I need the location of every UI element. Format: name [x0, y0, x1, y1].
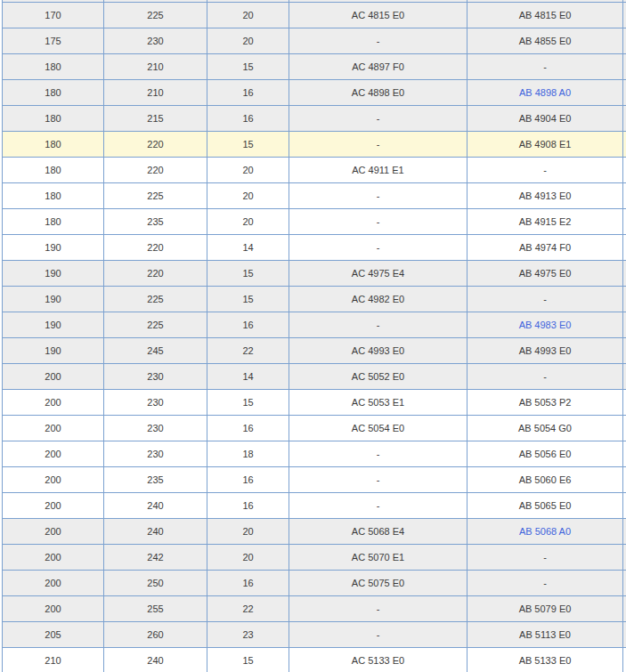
table-cell: 230 [104, 416, 207, 441]
table-cell: 200 [3, 390, 104, 415]
table-row: 20025016AC 5075 E0- [3, 571, 626, 596]
table-cell: 190 [3, 312, 104, 337]
table-cell: 16 [207, 493, 289, 518]
table-cell: AB 4983 E0 [467, 312, 623, 337]
table-cell: - [289, 596, 467, 621]
table-cell: 200 [3, 519, 104, 544]
table-cell: 16 [207, 80, 289, 105]
table-cell [467, 0, 623, 2]
table-cell: 200 [3, 441, 104, 466]
table-cell: 245 [104, 338, 207, 363]
table-cell: 20 [207, 545, 289, 570]
table-row: 17523020-AB 4855 E0 [3, 28, 626, 54]
table-cell: AB 4904 E0 [467, 106, 623, 131]
table-cell: 180 [3, 80, 104, 105]
table-cell: - [289, 441, 467, 466]
table-row: 18022520-AB 4913 E0 [3, 183, 626, 209]
table-row: 20023516-AB 5060 E6 [3, 467, 626, 493]
table-cell: 180 [3, 158, 104, 182]
table-cell: 18 [207, 441, 289, 466]
part-number-link[interactable]: AB 4983 E0 [519, 320, 572, 330]
table-cell: 15 [207, 287, 289, 312]
table-cell: AC 4975 E4 [289, 261, 467, 286]
table-cell: AB 4898 A0 [467, 80, 623, 105]
table-cell: 220 [104, 261, 207, 286]
table-row: 18021516-AB 4904 E0 [3, 106, 626, 132]
table-cell: 15 [207, 648, 289, 672]
table-cell: - [289, 183, 467, 208]
table-row: 20025522-AB 5079 E0 [3, 596, 626, 622]
table-cell: 200 [3, 571, 104, 595]
table-row: 19024522AC 4993 E0AB 4993 E0 [3, 338, 626, 364]
table-cell: 16 [207, 312, 289, 337]
table-cell: AC 5068 E4 [289, 519, 467, 544]
table-cell: 230 [104, 390, 207, 415]
table-cell: 190 [3, 235, 104, 260]
table-cell [289, 0, 467, 2]
table-row: 18022020AC 4911 E1- [3, 158, 626, 183]
table-cell: 22 [207, 338, 289, 363]
table-cell: 180 [3, 54, 104, 79]
table-row: 17022520AC 4815 E0AB 4815 E0 [3, 3, 626, 28]
table-cell [3, 0, 104, 2]
table-cell: 240 [104, 519, 207, 544]
table-cell: - [289, 106, 467, 131]
table-row: 20023016AC 5054 E0AB 5054 G0 [3, 416, 626, 441]
table-cell: 20 [207, 209, 289, 234]
table-cell: - [289, 132, 467, 157]
table-cell: 215 [104, 106, 207, 131]
table-row: 20526023-AB 5113 E0 [3, 622, 626, 648]
table-cell: 190 [3, 338, 104, 363]
table-cell: - [289, 467, 467, 492]
table-cell: 15 [207, 132, 289, 157]
table-cell: AB 4815 E0 [467, 3, 623, 28]
table-row: 19022515AC 4982 E0- [3, 287, 626, 312]
table-cell: 240 [104, 648, 207, 672]
table-cell: 23 [207, 622, 289, 647]
table-cell: 220 [104, 158, 207, 182]
table-cell: AB 5056 E0 [467, 441, 623, 466]
table-cell: 200 [3, 493, 104, 518]
table-cell: 16 [207, 416, 289, 441]
table-cell: 205 [3, 622, 104, 647]
table-cell: 235 [104, 209, 207, 234]
part-number-link[interactable]: AB 4898 A0 [519, 87, 571, 98]
table-cell: 180 [3, 132, 104, 157]
table-cell: 170 [3, 3, 104, 28]
table-cell: 14 [207, 364, 289, 389]
part-number-link[interactable]: AB 5068 A0 [519, 526, 571, 537]
table-cell: 230 [104, 441, 207, 466]
table-cell: 235 [104, 467, 207, 492]
table-cell: 225 [104, 287, 207, 312]
table-cell: 180 [3, 209, 104, 234]
table-cell: AB 5065 E0 [467, 493, 623, 518]
table-row: 21024015AC 5133 E0AB 5133 E0 [3, 648, 626, 672]
table-row: 19022516-AB 4983 E0 [3, 312, 626, 338]
table-cell: 225 [104, 312, 207, 337]
table-cell: AB 5079 E0 [467, 596, 623, 621]
table-cell: AB 4915 E2 [467, 209, 623, 234]
table-cell: 200 [3, 467, 104, 492]
table-cell: - [467, 545, 623, 570]
table-cell: AC 4898 E0 [289, 80, 467, 105]
table-cell: 15 [207, 54, 289, 79]
table-cell: - [289, 312, 467, 337]
table-cell: 260 [104, 622, 207, 647]
table-cell: 190 [3, 287, 104, 312]
table-cell: 225 [104, 183, 207, 208]
table-cell: 16 [207, 106, 289, 131]
table-cell: - [289, 493, 467, 518]
table-cell: 180 [3, 183, 104, 208]
table-cell: 242 [104, 545, 207, 570]
table-cell: 210 [104, 80, 207, 105]
table-cell: 190 [3, 261, 104, 286]
table-row: 20024220AC 5070 E1- [3, 545, 626, 571]
table-row: 19022015AC 4975 E4AB 4975 E0 [3, 261, 626, 287]
table-cell: 225 [104, 3, 207, 28]
table-cell: 180 [3, 106, 104, 131]
table-cell: AC 4982 E0 [289, 287, 467, 312]
table-row: 18023520-AB 4915 E2 [3, 209, 626, 235]
table-row: 20023014AC 5052 E0- [3, 364, 626, 390]
table-cell: AB 4993 E0 [467, 338, 623, 363]
table-cell: 230 [104, 364, 207, 389]
